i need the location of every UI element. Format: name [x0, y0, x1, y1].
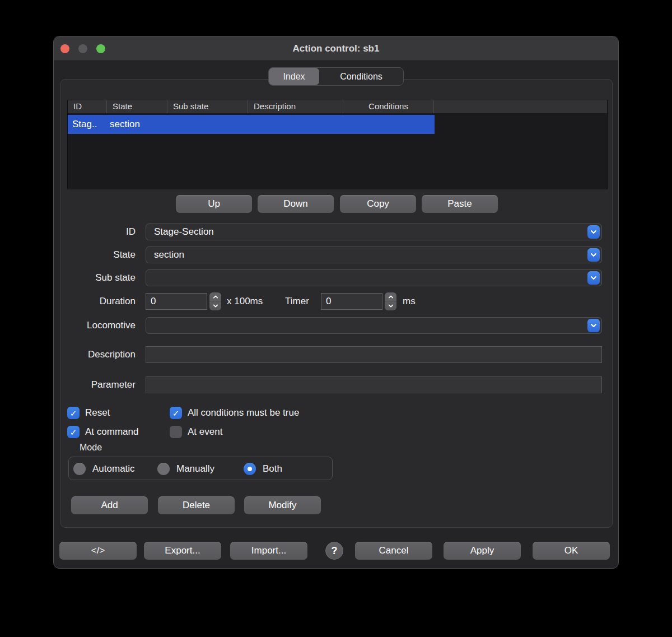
all-conditions-checkbox-label: All conditions must be true	[188, 407, 299, 419]
at-command-checkbox-label: At command	[85, 426, 138, 438]
reset-checkbox-label: Reset	[85, 407, 110, 419]
sub-state-dropdown[interactable]	[146, 269, 602, 286]
table-header: ID State Sub state Description Condition…	[68, 100, 607, 113]
table-row[interactable]: Stag.. section	[68, 115, 435, 134]
table-body: Stag.. section	[68, 115, 607, 134]
duration-input[interactable]: 0	[146, 293, 207, 310]
parameter-label: Parameter	[61, 376, 136, 393]
tab-control: Index Conditions	[268, 67, 404, 86]
radio-dot-icon	[248, 467, 252, 471]
import-button[interactable]: Import...	[230, 542, 307, 560]
desktop-background: Action control: sb1 Index Conditions ID …	[0, 0, 672, 637]
timer-unit-label: ms	[403, 292, 416, 310]
parameter-input[interactable]	[146, 376, 602, 393]
add-button[interactable]: Add	[71, 496, 148, 514]
locomotive-label: Locomotive	[61, 317, 136, 334]
up-button[interactable]: Up	[176, 195, 252, 213]
reset-checkbox[interactable]: ✓	[67, 407, 80, 419]
check-icon: ✓	[70, 409, 77, 417]
duration-unit-label: x 100ms	[227, 292, 263, 310]
paste-button[interactable]: Paste	[422, 195, 498, 213]
manually-radio-label: Manually	[176, 463, 214, 475]
all-conditions-checkbox[interactable]: ✓	[170, 407, 182, 419]
column-header-state[interactable]: State	[107, 100, 167, 113]
cancel-button[interactable]: Cancel	[355, 542, 432, 560]
chevron-down-icon	[587, 225, 600, 239]
tab-conditions-label: Conditions	[340, 72, 382, 82]
stepper-down-icon[interactable]	[209, 301, 221, 310]
down-button[interactable]: Down	[258, 195, 334, 213]
duration-stepper[interactable]	[209, 292, 221, 310]
manually-radio[interactable]	[157, 463, 170, 475]
stepper-down-icon[interactable]	[385, 301, 396, 310]
at-command-checkbox[interactable]: ✓	[67, 426, 80, 438]
tab-index-label: Index	[283, 72, 305, 82]
id-dropdown[interactable]: Stage-Section	[146, 224, 602, 240]
duration-label: Duration	[61, 293, 136, 310]
cell-id: Stag..	[68, 119, 107, 130]
chevron-down-icon	[587, 248, 600, 262]
check-icon: ✓	[70, 428, 77, 436]
action-control-window: Action control: sb1 Index Conditions ID …	[53, 36, 619, 569]
automatic-radio-label: Automatic	[92, 463, 135, 475]
delete-button[interactable]: Delete	[158, 496, 235, 514]
index-table: ID State Sub state Description Condition…	[67, 100, 608, 189]
timer-label: Timer	[285, 292, 309, 310]
timer-input[interactable]: 0	[321, 293, 382, 310]
ok-button[interactable]: OK	[533, 542, 610, 560]
modify-button[interactable]: Modify	[244, 496, 321, 514]
stepper-up-icon[interactable]	[385, 292, 396, 301]
column-header-id[interactable]: ID	[68, 100, 107, 113]
column-header-sub-state[interactable]: Sub state	[167, 100, 248, 113]
both-radio-label: Both	[263, 463, 282, 475]
content-panel: ID State Sub state Description Condition…	[60, 79, 613, 528]
apply-button[interactable]: Apply	[444, 542, 521, 560]
at-event-checkbox[interactable]	[170, 426, 182, 438]
stepper-up-icon[interactable]	[209, 292, 221, 301]
tab-index[interactable]: Index	[269, 68, 319, 85]
titlebar[interactable]: Action control: sb1	[54, 36, 618, 61]
cell-state: section	[107, 119, 167, 130]
chevron-down-icon	[587, 271, 600, 285]
id-dropdown-value: Stage-Section	[154, 224, 214, 240]
window-title: Action control: sb1	[54, 36, 618, 61]
chevron-down-icon	[587, 319, 600, 332]
automatic-radio[interactable]	[73, 463, 86, 475]
help-button[interactable]: ?	[325, 542, 343, 560]
export-button[interactable]: Export...	[144, 542, 221, 560]
state-label: State	[61, 247, 136, 263]
id-label: ID	[61, 224, 136, 240]
locomotive-dropdown[interactable]	[146, 317, 602, 334]
code-view-button[interactable]: </>	[59, 542, 137, 560]
description-label: Description	[61, 346, 136, 363]
state-dropdown[interactable]: section	[146, 247, 602, 263]
description-input[interactable]	[146, 346, 602, 363]
at-event-checkbox-label: At event	[188, 426, 222, 438]
copy-button[interactable]: Copy	[340, 195, 416, 213]
sub-state-label: Sub state	[61, 269, 136, 286]
tab-conditions[interactable]: Conditions	[319, 68, 403, 85]
check-icon: ✓	[172, 409, 180, 417]
mode-group: Automatic Manually Both	[68, 457, 333, 480]
column-header-empty	[434, 100, 607, 113]
mode-group-label: Mode	[80, 443, 102, 453]
column-header-conditions[interactable]: Conditions	[343, 100, 434, 113]
both-radio[interactable]	[244, 463, 256, 475]
column-header-description[interactable]: Description	[248, 100, 343, 113]
timer-stepper[interactable]	[385, 292, 396, 310]
state-dropdown-value: section	[154, 247, 184, 263]
